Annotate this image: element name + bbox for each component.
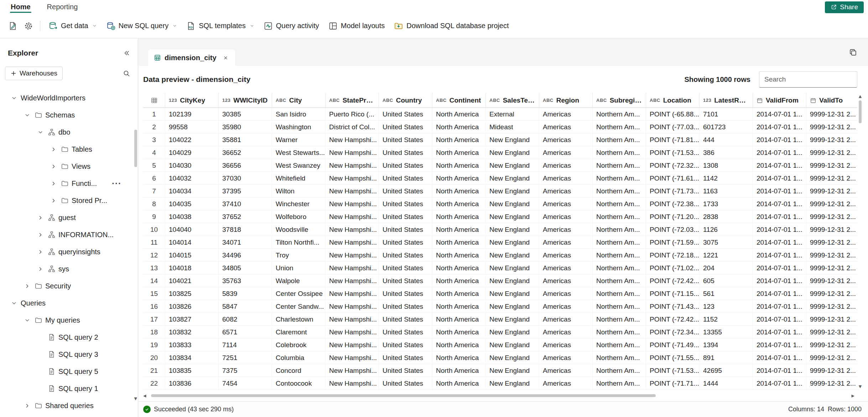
scroll-up-icon[interactable]: ▲ <box>859 94 862 98</box>
cell[interactable]: North America <box>432 159 486 172</box>
cell[interactable]: North America <box>432 236 486 249</box>
column-header-subregion[interactable]: ABCSubregion <box>593 93 646 108</box>
cell[interactable]: 37395 <box>219 185 272 198</box>
cell[interactable]: POINT (-65.88... <box>646 108 700 121</box>
cell[interactable]: Americas <box>539 172 593 185</box>
column-header-continent[interactable]: ABCContinent <box>432 93 486 108</box>
cell[interactable]: 9999-12-31 2... <box>806 364 860 377</box>
cell[interactable]: POINT (-72.42... <box>646 313 700 326</box>
cell[interactable]: New England <box>486 249 539 262</box>
cell[interactable]: Americas <box>539 249 593 262</box>
cell[interactable]: 1444 <box>700 377 753 390</box>
tree-item-schemas[interactable]: Schemas <box>0 106 138 124</box>
cell[interactable]: Northern Am... <box>593 146 646 159</box>
cell[interactable]: United States <box>379 121 432 134</box>
cell[interactable]: 103835 <box>165 364 219 377</box>
cell[interactable]: 204 <box>700 262 753 275</box>
cell[interactable]: North America <box>432 300 486 313</box>
column-header-region[interactable]: ABCRegion <box>539 93 593 108</box>
cell[interactable]: POINT (-71.53... <box>646 146 700 159</box>
cell[interactable]: 103836 <box>165 377 219 390</box>
tree-item-security[interactable]: Security <box>0 277 138 294</box>
cell[interactable]: 7114 <box>219 339 272 351</box>
cell[interactable]: Americas <box>539 185 593 198</box>
chevron-down-icon[interactable] <box>9 93 19 103</box>
cell[interactable]: 34805 <box>219 262 272 275</box>
cell[interactable]: North America <box>432 198 486 210</box>
chevron-right-icon[interactable] <box>36 247 45 256</box>
cell[interactable]: 2014-07-01 1... <box>753 313 806 326</box>
cell[interactable]: POINT (-71.55... <box>646 351 700 364</box>
cell[interactable]: San Isidro <box>272 108 326 121</box>
cell[interactable]: Americas <box>539 159 593 172</box>
cell[interactable]: 104022 <box>165 134 219 146</box>
cell[interactable]: North America <box>432 262 486 275</box>
cell[interactable]: 2014-07-01 1... <box>753 146 806 159</box>
add-warehouses-button[interactable]: Warehouses <box>5 67 63 80</box>
cell[interactable]: 37030 <box>219 172 272 185</box>
cell[interactable]: New Hampshi... <box>326 262 379 275</box>
cell[interactable]: North America <box>432 146 486 159</box>
cell[interactable]: POINT (-71.73... <box>646 185 700 198</box>
sidebar-scrollbar-thumb[interactable] <box>134 130 137 167</box>
cell[interactable]: North America <box>432 364 486 377</box>
cell[interactable]: New Hampshi... <box>326 287 379 300</box>
cell[interactable]: District of Col... <box>326 121 379 134</box>
cell[interactable]: 386 <box>700 146 753 159</box>
cell[interactable]: 9999-12-31 2... <box>806 223 860 236</box>
cell[interactable]: 2014-07-01 1... <box>753 377 806 390</box>
cell[interactable]: 30385 <box>219 108 272 121</box>
tree-item-information[interactable]: INFORMATION... <box>0 226 138 243</box>
row-number[interactable]: 9 <box>143 210 165 223</box>
cell[interactable]: 104034 <box>165 185 219 198</box>
cell[interactable]: New England <box>486 172 539 185</box>
cell[interactable]: Northern Am... <box>593 339 646 351</box>
cell[interactable]: 2014-07-01 1... <box>753 134 806 146</box>
cell[interactable]: Union <box>272 262 326 275</box>
row-number[interactable]: 7 <box>143 185 165 198</box>
cell[interactable]: 2014-07-01 1... <box>753 326 806 339</box>
cell[interactable]: New Hampshi... <box>326 210 379 223</box>
new-item-button[interactable] <box>5 18 21 34</box>
tree-item-sql-query-2[interactable]: SQL query 2 <box>0 329 138 346</box>
cell[interactable]: United States <box>379 377 432 390</box>
cell[interactable]: New England <box>486 300 539 313</box>
cell[interactable]: 36656 <box>219 159 272 172</box>
row-number[interactable]: 4 <box>143 146 165 159</box>
cell[interactable]: North America <box>432 108 486 121</box>
cell[interactable]: 9999-12-31 2... <box>806 262 860 275</box>
tree-item-queries[interactable]: Queries <box>0 294 138 312</box>
cell[interactable]: 444 <box>700 134 753 146</box>
tree-item-my-queries[interactable]: My queries <box>0 312 138 329</box>
cell[interactable]: 7454 <box>219 377 272 390</box>
cell[interactable]: POINT (-72.03... <box>646 223 700 236</box>
model-layouts-button[interactable]: Model layouts <box>324 18 389 34</box>
row-number[interactable]: 5 <box>143 159 165 172</box>
cell[interactable]: 37818 <box>219 223 272 236</box>
scroll-right-icon[interactable]: ▶ <box>852 394 854 398</box>
tree-item-sql-query-3[interactable]: SQL query 3 <box>0 346 138 363</box>
cell[interactable]: POINT (-71.71... <box>646 377 700 390</box>
column-header-stateprov[interactable]: ABCStateProv... <box>326 93 379 108</box>
cell[interactable]: Puerto Rico (... <box>326 108 379 121</box>
tree-item-sql-query-1[interactable]: SQL query 1 <box>0 380 138 397</box>
cell[interactable]: POINT (-72.34... <box>646 326 700 339</box>
cell[interactable]: POINT (-72.32... <box>646 159 700 172</box>
cell[interactable]: United States <box>379 326 432 339</box>
cell[interactable]: Americas <box>539 351 593 364</box>
scroll-left-icon[interactable]: ◀ <box>143 394 146 398</box>
cell[interactable]: Americas <box>539 300 593 313</box>
cell[interactable]: Americas <box>539 262 593 275</box>
row-number[interactable]: 10 <box>143 223 165 236</box>
cell[interactable]: 2014-07-01 1... <box>753 121 806 134</box>
cell[interactable]: 9999-12-31 2... <box>806 121 860 134</box>
cell[interactable]: New England <box>486 210 539 223</box>
cell[interactable]: New Hampshi... <box>326 249 379 262</box>
cell[interactable]: 2014-07-01 1... <box>753 275 806 287</box>
tree-item-views[interactable]: Views <box>0 158 138 175</box>
cell[interactable]: 36652 <box>219 146 272 159</box>
cell[interactable]: New England <box>486 146 539 159</box>
download-sql-database-project-button[interactable]: Download SQL database project <box>389 18 513 34</box>
tree-item-shared-queries[interactable]: Shared queries <box>0 397 138 414</box>
chevron-right-icon[interactable] <box>49 145 58 154</box>
